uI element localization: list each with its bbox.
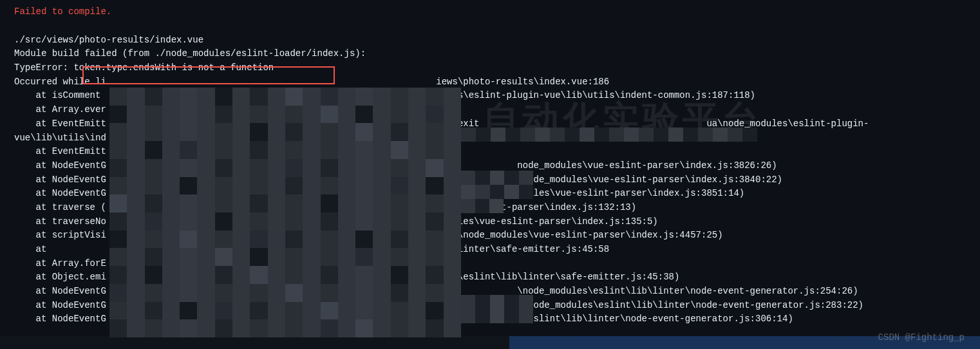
stack-line: at EventEmitt — [0, 145, 980, 159]
stack-line: at traverseNo odules\vue-eslint-parser\i… — [0, 215, 980, 229]
stack-line: Occurred while li iews\photo-results\ind… — [0, 75, 980, 90]
status-bar — [0, 336, 980, 349]
terminal-output[interactable]: Failed to compile. ./src/views/photo-res… — [0, 0, 980, 326]
stack-line: at NodeEventG \node_modules\vue-eslint-p… — [0, 187, 980, 201]
compile-error-title: Failed to compile. — [0, 5, 980, 19]
stack-line: at ib\linter\safe-emitter.js:45:58 — [0, 243, 980, 257]
stack-line: at NodeEventG \node_modules\eslint\lib\l… — [0, 285, 980, 299]
stack-line: at traverse ( s\vue-eslint-parser\index.… — [0, 201, 980, 215]
stack-line: at NodeEventG \node_modules\vue-eslint-p… — [0, 173, 980, 187]
blank-line — [0, 19, 980, 33]
stack-line: at Array.forE — [0, 257, 980, 271]
stack-line: ./src/views/photo-results/index.vue — [0, 33, 980, 48]
stack-line: Module build failed (from ./node_modules… — [0, 47, 980, 61]
stack-line: at NodeEventG ua\node_modules\eslint\lib… — [0, 312, 980, 326]
stack-line: at Array.ever — [0, 103, 980, 117]
stack-line: at isComment dules\eslint-plugin-vue\lib… — [0, 89, 980, 103]
stack-line: at EventEmitt ]):exit ua\node_modules\es… — [0, 117, 980, 131]
stack-line: at NodeEventG a\node_modules\eslint\lib\… — [0, 299, 980, 313]
stack-line: at scriptVisi hua\node_modules\vue-eslin… — [0, 229, 980, 243]
stack-line: TypeError: token.type.endsWith is not a … — [0, 61, 980, 75]
stack-line: at NodeEventG node_modules\vue-eslint-pa… — [0, 159, 980, 173]
stack-line: at Object.emi les\eslint\lib\linter\safe… — [0, 270, 980, 285]
stack-line: vue\lib\utils\ind — [0, 131, 980, 146]
